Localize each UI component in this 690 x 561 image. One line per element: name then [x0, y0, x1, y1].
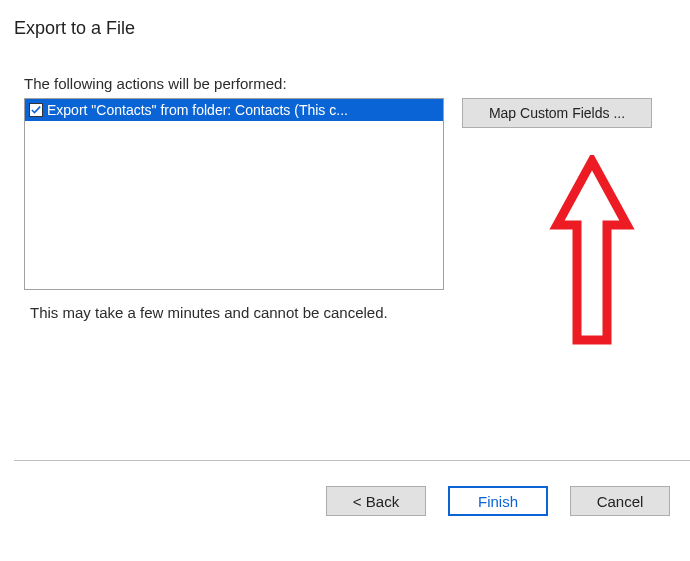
note-label: This may take a few minutes and cannot b…	[30, 304, 672, 321]
wizard-button-row: < Back Finish Cancel	[326, 486, 670, 516]
divider	[14, 460, 690, 461]
action-item-label: Export "Contacts" from folder: Contacts …	[47, 102, 348, 118]
back-button[interactable]: < Back	[326, 486, 426, 516]
action-item-export-contacts[interactable]: Export "Contacts" from folder: Contacts …	[25, 99, 443, 121]
cancel-button[interactable]: Cancel	[570, 486, 670, 516]
map-custom-fields-button[interactable]: Map Custom Fields ...	[462, 98, 652, 128]
finish-button[interactable]: Finish	[448, 486, 548, 516]
dialog-title: Export to a File	[0, 0, 690, 39]
instruction-label: The following actions will be performed:	[24, 75, 672, 92]
checkbox-icon[interactable]	[29, 103, 43, 117]
action-list[interactable]: Export "Contacts" from folder: Contacts …	[24, 98, 444, 290]
